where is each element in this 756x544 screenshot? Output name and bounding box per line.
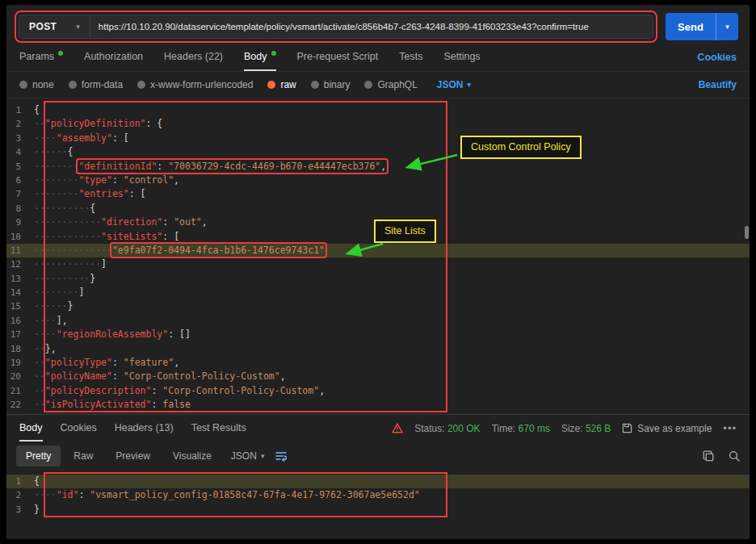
response-meta: Status: 200 OK Time: 670 ms Size: 526 B … (392, 415, 737, 441)
radio-none[interactable]: none (19, 79, 54, 90)
search-button[interactable] (729, 450, 740, 462)
request-body-line: 20··"policyName": "Corp-Control-Policy-C… (6, 370, 750, 383)
line-number: 2 (6, 488, 34, 502)
copy-icon (703, 450, 714, 462)
line-number: 16 (6, 314, 34, 328)
more-options-button[interactable]: ••• (723, 422, 737, 434)
scrollbar-thumb[interactable] (745, 226, 749, 239)
radio-icon (311, 81, 319, 89)
status-value: 200 OK (447, 423, 481, 434)
response-tab-body[interactable]: Body (19, 415, 43, 441)
tab-headers[interactable]: Headers (22) (164, 44, 223, 71)
tab-label: Test Results (191, 422, 246, 433)
chevron-down-icon: ▾ (725, 23, 729, 31)
tab-label: Body (244, 51, 267, 62)
radio-icon (267, 81, 275, 89)
beautify-link[interactable]: Beautify (699, 79, 737, 90)
send-button[interactable]: Send (666, 13, 716, 40)
request-body-line: 13··········} (6, 272, 750, 286)
radio-icon (19, 81, 27, 89)
tab-prerequest-script[interactable]: Pre-request Script (297, 44, 379, 71)
method-select[interactable]: POST ▾ (19, 15, 90, 38)
request-body-editor[interactable]: 1{2··"policyDefinition": {3····"assembly… (6, 98, 750, 414)
tab-params[interactable]: Params (19, 44, 63, 71)
line-number: 6 (6, 174, 34, 187)
tab-label: Settings (443, 51, 480, 62)
request-body-line: 3····"assembly": [ (6, 132, 750, 145)
tab-settings[interactable]: Settings (443, 44, 480, 71)
tab-label: Body (19, 422, 43, 433)
size-value: 526 B (586, 423, 611, 434)
radio-raw[interactable]: raw (267, 79, 296, 90)
status-badge: Status: 200 OK (414, 423, 480, 434)
view-tab-raw[interactable]: Raw (64, 446, 103, 467)
response-body-editor[interactable]: 1{2····"id": "vsmart_policy_config-01858… (6, 470, 750, 539)
request-body-line: 19··"policyType": "feature", (6, 356, 750, 370)
tab-body[interactable]: Body (244, 44, 276, 71)
ssl-warning-icon (392, 423, 403, 433)
request-body-line: 21··"policyDescription": "Corp-Control-P… (6, 384, 750, 398)
request-body-line: 17····"regionRoleAssembly": [] (6, 328, 750, 341)
view-tab-preview[interactable]: Preview (106, 446, 160, 467)
time-badge: Time: 670 ms (492, 423, 550, 434)
body-format-dropdown[interactable]: JSON▾ (437, 79, 471, 90)
save-icon (622, 423, 632, 433)
line-number: 11 (6, 244, 34, 257)
url-input[interactable] (90, 22, 653, 31)
annotation-box-request: POST ▾ (15, 10, 657, 43)
request-body-line: 11··············"e9fa07f2-0494-4fca-b1b6… (6, 244, 750, 257)
line-number: 15 (6, 299, 34, 313)
chevron-down-icon: ▾ (261, 452, 265, 460)
radio-icon (364, 81, 372, 89)
line-number: 3 (6, 132, 34, 145)
method-label: POST (29, 21, 57, 32)
line-number: 18 (6, 342, 34, 356)
response-tab-headers[interactable]: Headers (13) (115, 415, 174, 441)
tab-label: Pre-request Script (297, 51, 379, 62)
view-tab-pretty[interactable]: Pretty (16, 446, 61, 467)
line-number: 9 (6, 216, 34, 229)
radio-form-data[interactable]: form-data (69, 79, 123, 90)
line-number: 12 (6, 257, 34, 271)
request-body-line: 18··}, (6, 342, 750, 356)
postman-app: POST ▾ Send ▾ Params Authorization Heade… (6, 5, 750, 539)
size-badge: Size: 526 B (561, 423, 611, 434)
green-dot-icon (271, 51, 276, 56)
response-tools (703, 450, 740, 462)
wrap-lines-icon (275, 450, 288, 462)
radio-binary[interactable]: binary (311, 79, 351, 90)
copy-button[interactable] (703, 450, 714, 462)
line-number: 1 (6, 475, 34, 488)
radio-graphql[interactable]: GraphQL (364, 79, 417, 90)
tab-label: Cookies (61, 422, 97, 433)
tab-tests[interactable]: Tests (399, 44, 422, 71)
send-options-button[interactable]: ▾ (716, 13, 738, 40)
tab-label: Tests (399, 51, 422, 62)
annotation-site-lists: Site Lists (374, 220, 436, 243)
line-number: 14 (6, 286, 34, 299)
view-tab-visualize[interactable]: Visualize (163, 446, 221, 467)
wrap-lines-button[interactable] (275, 450, 288, 462)
response-tab-cookies[interactable]: Cookies (61, 415, 97, 441)
size-label: Size: (561, 423, 583, 434)
save-as-example-button[interactable]: Save as example (622, 423, 712, 434)
tab-label: Headers (22) (164, 51, 223, 62)
response-tab-test-results[interactable]: Test Results (191, 415, 246, 441)
request-bar: POST ▾ Send ▾ (6, 5, 750, 44)
radio-label: x-www-form-urlencoded (150, 79, 253, 90)
radio-x-www-form-urlencoded[interactable]: x-www-form-urlencoded (137, 79, 253, 90)
radio-label: raw (280, 79, 296, 90)
request-body-line: 7········"entries": [ (6, 187, 750, 201)
tab-label: Params (19, 51, 54, 62)
radio-label: none (32, 79, 54, 90)
response-format-dropdown[interactable]: JSON▾ (231, 450, 265, 462)
tab-authorization[interactable]: Authorization (84, 44, 143, 71)
line-number: 22 (6, 398, 34, 412)
cookies-link[interactable]: Cookies (697, 44, 737, 71)
line-number: 19 (6, 356, 34, 370)
response-body-line: 1{ (6, 475, 750, 488)
line-number: 5 (6, 160, 34, 174)
green-dot-icon (58, 51, 63, 56)
line-number: 8 (6, 202, 34, 216)
radio-label: form-data (82, 79, 123, 90)
